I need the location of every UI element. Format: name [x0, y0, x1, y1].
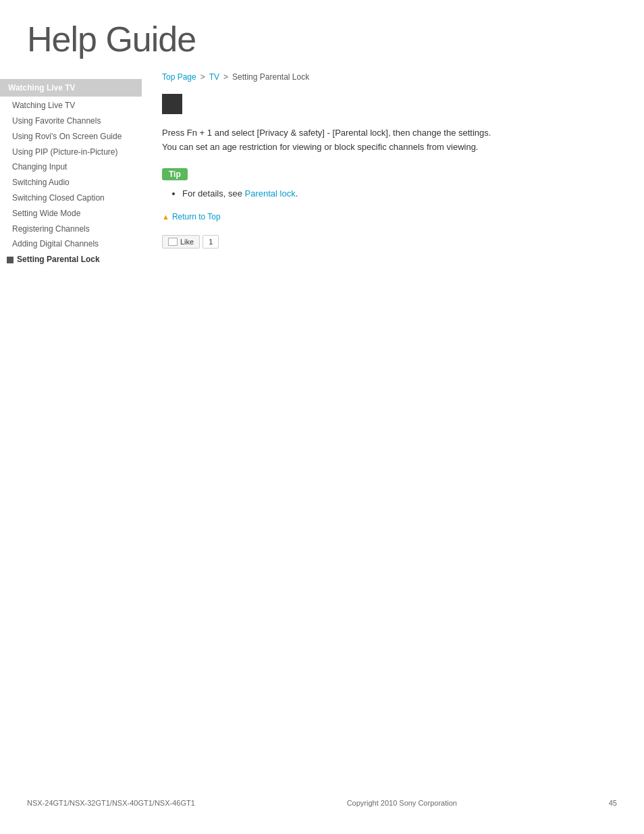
page-title: Help Guide	[27, 20, 617, 59]
like-button[interactable]: Like	[162, 235, 200, 249]
sidebar-section-header: Watching Live TV	[0, 79, 142, 97]
sidebar-item-pip[interactable]: Using PIP (Picture-in-Picture)	[0, 145, 142, 160]
footer: NSX-24GT1/NSX-32GT1/NSX-40GT1/NSX-46GT1 …	[0, 799, 644, 807]
footer-copyright: Copyright 2010 Sony Corporation	[347, 799, 457, 807]
main-content: Top Page > TV > Setting Parental Lock Pr…	[142, 72, 644, 275]
return-to-top-label: Return to Top	[172, 212, 221, 221]
breadcrumb-sep-1: >	[200, 72, 205, 82]
sidebar-item-switching-audio[interactable]: Switching Audio	[0, 175, 142, 190]
breadcrumb: Top Page > TV > Setting Parental Lock	[162, 72, 617, 82]
like-count: 1	[203, 235, 219, 249]
sidebar: Watching Live TV Watching Live TV Using …	[0, 72, 142, 275]
like-thumb-icon	[168, 238, 178, 246]
main-description: Press Fn + 1 and select [Privacy & safet…	[162, 126, 617, 155]
sidebar-item-rovi-guide[interactable]: Using Rovi's On Screen Guide	[0, 129, 142, 145]
tip-box: Tip For details, see Parental lock.	[162, 168, 617, 201]
sidebar-item-switching-closed-caption[interactable]: Switching Closed Caption	[0, 190, 142, 206]
breadcrumb-current: Setting Parental Lock	[232, 72, 309, 82]
breadcrumb-sep-2: >	[223, 72, 228, 82]
return-to-top-link[interactable]: ▲ Return to Top	[162, 212, 617, 221]
sidebar-item-watching-live-tv[interactable]: Watching Live TV	[0, 98, 142, 113]
description-line2: You can set an age restriction for viewi…	[162, 142, 478, 152]
like-area: Like 1	[162, 235, 617, 249]
sidebar-item-registering-channels[interactable]: Registering Channels	[0, 221, 142, 237]
sidebar-item-changing-input[interactable]: Changing Input	[0, 159, 142, 175]
breadcrumb-top-page[interactable]: Top Page	[162, 72, 196, 82]
description-line1: Press Fn + 1 and select [Privacy & safet…	[162, 128, 491, 138]
parental-lock-link[interactable]: Parental lock	[245, 188, 296, 199]
header: Help Guide	[0, 0, 644, 72]
tip-label: Tip	[162, 168, 188, 180]
sidebar-item-wide-mode[interactable]: Setting Wide Mode	[0, 206, 142, 221]
footer-model: NSX-24GT1/NSX-32GT1/NSX-40GT1/NSX-46GT1	[27, 799, 195, 807]
layout: Watching Live TV Watching Live TV Using …	[0, 72, 644, 275]
breadcrumb-tv[interactable]: TV	[209, 72, 219, 82]
page-icon	[162, 94, 182, 114]
sidebar-item-favorite-channels[interactable]: Using Favorite Channels	[0, 113, 142, 129]
footer-page: 45	[609, 799, 617, 807]
tip-text-suffix: .	[296, 188, 298, 199]
tip-content: For details, see Parental lock.	[162, 187, 617, 201]
return-arrow-icon: ▲	[162, 213, 169, 221]
like-button-label: Like	[180, 238, 194, 246]
sidebar-item-setting-parental-lock[interactable]: Setting Parental Lock	[0, 252, 142, 267]
tip-text-prefix: For details, see	[182, 188, 245, 199]
sidebar-item-adding-digital-channels[interactable]: Adding Digital Channels	[0, 236, 142, 252]
